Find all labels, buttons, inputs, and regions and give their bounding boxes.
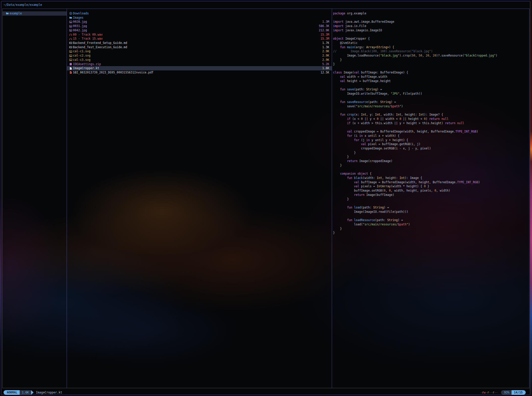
status-bar: NORMAL 1.6K ImageCropper.kt -rw-r--r-- 9… [2,390,529,395]
code-line: import java.awt.image.BufferedImage [333,20,529,24]
code-line [333,125,529,129]
code-line: ImageIO.write(buffImage, "JPG", File(pat… [333,92,529,96]
code-line: } [333,62,529,66]
code-line: Image(ImageIO.read(File(path))) [333,210,529,214]
file-name: 0042.jpg [73,28,87,33]
code-line: import javax.imageio.ImageIO [333,28,529,33]
code-line: Image.loadResource("black.jpg").crop(50,… [333,54,529,58]
code-line: fun loadResource(path: String) = [333,218,529,222]
parent-pane[interactable]: example [3,9,67,388]
code-line: val width = buffImage.width [333,75,529,79]
file-icon [69,67,73,70]
file-name: IDEAsettings.zip [73,62,101,66]
file-size: 5.2K [322,62,329,66]
image-icon [69,25,73,28]
file-size: 586.3K [319,24,329,28]
file-size-badge: 1.6K [20,390,31,395]
screen: ~/Data/example/example example Downloads… [0,0,532,396]
file-row[interactable]: SBI_0032013739_2023_DE05_0003155631Invoi… [67,70,332,75]
code-line: val croppedImage = BufferedImage(width, … [333,129,529,134]
file-name: 09 - Track 09.wav [73,33,103,37]
file-size: 1.6K [322,66,329,70]
code-line: fun black(width: Int, height: Int): Imag… [333,176,529,180]
code-line: fun crop(x: Int, y: Int, width: Int, hei… [333,113,529,117]
filename-label: ImageCropper.kt [36,391,62,394]
file-size: 212.9K [319,28,329,33]
image-icon [69,54,73,57]
code-line [333,201,529,205]
file-row[interactable]: 0031.jpg586.3K [67,24,332,28]
scroll-percent: 93% [501,390,512,395]
file-row[interactable]: ImageCropper.kt1.6K [67,66,332,70]
code-line: fun load(path: String) = [333,205,529,210]
code-line [333,16,529,20]
code-line: save("src/main/resources/$path") [333,104,529,109]
code-line: load("src/main/resources/$path") [333,222,529,227]
powerline-arrow-icon [31,390,34,395]
code-line: croppedImage.setRGB(i - x, j - y, pixel) [333,146,529,151]
file-size: 15.3M [320,37,329,41]
code-line [333,33,529,37]
file-name: Backend_Frontend_Setup_Guide.md [73,41,127,45]
file-row[interactable]: 0028.jpg1.3M [67,20,332,24]
file-list[interactable]: DownloadsImages0028.jpg1.3M0031.jpg586.3… [67,9,332,388]
code-line: buffImage.setRGB(0, 0, width, height, pi… [333,189,529,193]
code-line: fun saveResource(path: String) = [333,100,529,104]
file-name: Downloads [73,11,89,16]
folder-download-icon [69,12,73,15]
code-line: import java.io.File [333,24,529,28]
code-line: } [333,151,529,155]
position-indicator: 14/15 [512,390,526,395]
code-line: for (j in y until y + height) { [333,138,529,142]
file-name: Images [73,16,84,20]
code-line: if (x < 0 || y < 0 || width < 0 || heigh… [333,117,529,121]
file-size: 15.3M [320,33,329,37]
file-row[interactable]: 09 - Track 09.wav15.3M [67,33,332,37]
status-right: -rw-r--r-- 93% 14/15 [480,390,526,395]
folder-icon [6,12,10,15]
code-line: companion object { [333,172,529,176]
code-line: object ImageCropper { [333,37,529,41]
folder-icon [69,16,73,19]
markdown-icon [69,41,73,44]
current-path: ~/Data/example/example [4,2,42,8]
terminal-window: ~/Data/example/example example Downloads… [1,1,530,395]
code-line: fun main(args: Array<String>) { [333,45,529,49]
file-name: 15 - Track 15.wav [73,37,103,41]
code-line [333,96,529,100]
file-size: 12.5K [320,70,329,75]
image-icon [69,58,73,61]
code-line [333,66,529,70]
markdown-icon [69,46,73,49]
file-name: Backend_Test_Execution_Guide.md [73,45,127,49]
audio-icon [69,33,73,36]
file-size: 2.9K [322,49,329,54]
image-icon [69,20,73,23]
file-row[interactable]: example [3,11,67,16]
code-line: val buffImage = BufferedImage(width, hei… [333,180,529,184]
file-row[interactable]: 0042.jpg212.9K [67,28,332,33]
code-line: return Image(buffImage) [333,193,529,197]
file-row[interactable]: Backend_Frontend_Setup_Guide.md1.7K [67,41,332,45]
file-size: 2.9K [322,54,329,58]
preview-pane[interactable]: package org.example import java.awt.imag… [332,9,529,388]
file-row[interactable]: Images [67,16,332,20]
code-line: } [333,163,529,168]
file-row[interactable]: cal-c3.svg2.9K [67,58,332,62]
code-line: fun save(path: String) = [333,87,529,92]
file-row[interactable]: cal-c2.svg2.9K [67,54,332,58]
file-row[interactable]: 15 - Track 15.wav15.3M [67,37,332,41]
code-line: @JvmStatic [333,41,529,45]
file-row[interactable]: Downloads [67,11,332,16]
code-line: class Image(val buffImage: BufferedImage… [333,70,529,75]
wallpaper-edge-strip [530,0,532,396]
file-row[interactable]: Backend_Test_Execution_Guide.md1.3K [67,45,332,49]
file-size: 1.3K [322,45,329,49]
file-name: cal-c3.svg [73,58,90,62]
file-name: cal-c1.svg [73,49,90,54]
image-icon [69,29,73,32]
file-row[interactable]: cal-c1.svg2.9K [67,49,332,54]
pdf-icon [69,71,73,74]
code-line: if (x + width > this.width || y + height… [333,121,529,125]
file-row[interactable]: IDEAsettings.zip5.2K [67,62,332,66]
